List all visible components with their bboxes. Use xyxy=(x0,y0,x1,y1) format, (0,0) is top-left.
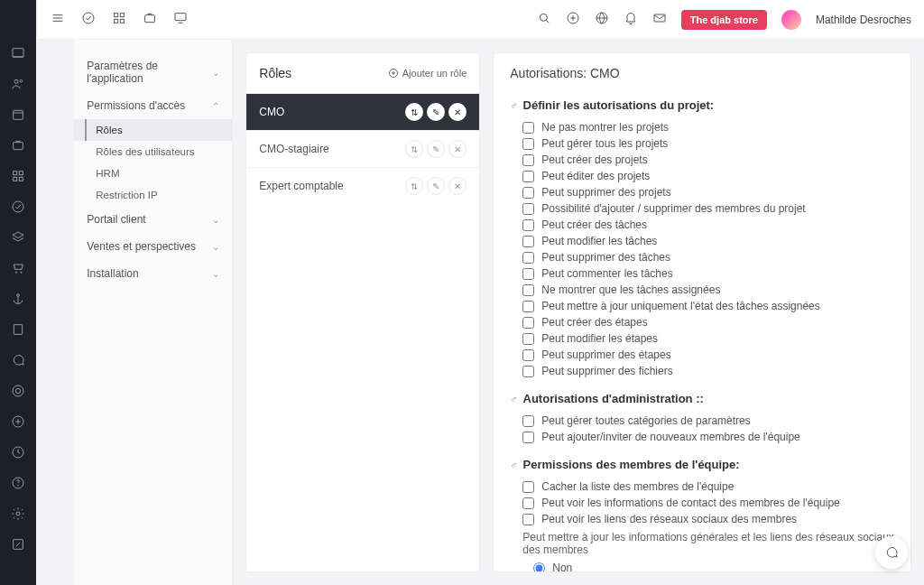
project-perm-checkbox[interactable] xyxy=(522,122,534,134)
check-circle-icon[interactable] xyxy=(81,11,96,28)
role-edit-icon[interactable]: ✎ xyxy=(427,103,445,121)
role-edit-icon[interactable]: ✎ xyxy=(427,177,445,195)
project-perm-item[interactable]: Possibilité d'ajouter / supprimer des me… xyxy=(522,200,894,217)
team-perm-item[interactable]: Peut voir les informations de contact de… xyxy=(522,495,894,511)
nav-roles[interactable]: Rôles xyxy=(74,119,232,141)
admin-perm-checkbox[interactable] xyxy=(522,432,534,443)
help-bubble-button[interactable] xyxy=(875,536,908,569)
menu-icon[interactable] xyxy=(51,11,65,28)
project-perm-item[interactable]: Peut mettre à jour uniquement l'état des… xyxy=(522,298,894,314)
project-perm-item[interactable]: Peut modifier les étapes xyxy=(522,330,894,347)
project-perm-checkbox[interactable] xyxy=(522,187,534,199)
briefcase-icon[interactable] xyxy=(143,11,157,28)
rail-calendar-icon[interactable] xyxy=(0,107,36,122)
project-perm-checkbox[interactable] xyxy=(522,317,534,329)
nav-client-portal[interactable]: Portail client ⌄ xyxy=(74,206,232,233)
project-perm-label: Peut éditer des projets xyxy=(541,170,650,182)
role-row[interactable]: CMO ⇅ ✎ ✕ xyxy=(246,93,479,130)
role-sort-icon[interactable]: ⇅ xyxy=(405,177,423,195)
team-radio-input[interactable] xyxy=(533,562,545,573)
search-icon[interactable] xyxy=(537,11,551,28)
rail-briefcase-icon[interactable] xyxy=(0,138,36,153)
admin-perm-checkbox[interactable] xyxy=(522,415,534,427)
project-perm-checkbox[interactable] xyxy=(522,154,534,166)
role-sort-icon[interactable]: ⇅ xyxy=(405,103,423,121)
role-edit-icon[interactable]: ✎ xyxy=(427,140,445,158)
project-perm-checkbox[interactable] xyxy=(522,284,534,296)
role-row[interactable]: CMO-stagiaire ⇅ ✎ ✕ xyxy=(246,130,479,167)
chevron-down-icon: ⌄ xyxy=(212,269,219,279)
project-perm-item[interactable]: Peut créer des étapes xyxy=(522,314,894,330)
store-button[interactable]: The djab store xyxy=(681,10,767,30)
rail-settings-icon[interactable] xyxy=(0,506,36,521)
project-perm-item[interactable]: Peut commenter les tâches xyxy=(522,265,894,282)
project-perm-checkbox[interactable] xyxy=(522,366,534,377)
team-perm-checkbox[interactable] xyxy=(522,497,534,509)
project-perm-item[interactable]: Peut éditer des projets xyxy=(522,168,894,184)
rail-book-icon[interactable] xyxy=(0,322,36,337)
rail-anchor-icon[interactable] xyxy=(0,292,36,306)
role-sort-icon[interactable]: ⇅ xyxy=(405,140,423,158)
project-perm-checkbox[interactable] xyxy=(522,236,534,247)
rail-edit-icon[interactable] xyxy=(0,537,36,552)
project-perm-item[interactable]: Peut modifier les tâches xyxy=(522,233,894,249)
rail-apps-icon[interactable] xyxy=(0,169,36,183)
project-perm-item[interactable]: Peut supprimer des projets xyxy=(522,184,894,200)
nav-sales[interactable]: Ventes et perspectives ⌄ xyxy=(74,233,232,260)
project-perm-item[interactable]: Ne pas montrer les projets xyxy=(522,119,894,135)
role-delete-icon[interactable]: ✕ xyxy=(448,177,467,195)
nav-installation[interactable]: Installation ⌄ xyxy=(74,260,232,287)
nav-app-settings[interactable]: Paramètres de l'application ⌄ xyxy=(74,52,232,92)
nav-user-roles[interactable]: Rôles des utilisateurs xyxy=(74,141,232,162)
add-role-button[interactable]: Ajouter un rôle xyxy=(388,68,467,79)
project-perm-checkbox[interactable] xyxy=(522,138,534,150)
project-perm-checkbox[interactable] xyxy=(522,268,534,280)
admin-perm-item[interactable]: Peut ajouter/inviter de nouveaux membres… xyxy=(522,429,894,445)
rail-question-icon[interactable] xyxy=(0,476,36,490)
team-perm-item[interactable]: Cacher la liste des membres de l'équipe xyxy=(522,478,894,495)
rail-users-icon[interactable] xyxy=(0,77,36,91)
monitor-icon[interactable] xyxy=(173,11,188,28)
project-perm-checkbox[interactable] xyxy=(522,219,534,231)
project-perm-item[interactable]: Peut créer des projets xyxy=(522,152,894,168)
project-perm-checkbox[interactable] xyxy=(522,333,534,345)
plus-icon[interactable] xyxy=(566,11,580,28)
role-delete-icon[interactable]: ✕ xyxy=(448,103,467,121)
rail-dashboard-icon[interactable] xyxy=(0,46,36,60)
project-perm-item[interactable]: Peut supprimer des étapes xyxy=(522,347,894,363)
rail-plus-circle-icon[interactable] xyxy=(0,414,36,429)
rail-clock-icon[interactable] xyxy=(0,445,36,460)
role-name: Expert comptable xyxy=(259,180,343,192)
project-perm-item[interactable]: Peut créer des tâches xyxy=(522,217,894,233)
grid-icon[interactable] xyxy=(112,11,126,28)
team-perm-checkbox[interactable] xyxy=(522,514,534,525)
team-perm-checkbox[interactable] xyxy=(522,481,534,493)
rail-layers-icon[interactable] xyxy=(0,230,36,245)
project-perm-item[interactable]: Peut gérer tous les projets xyxy=(522,135,894,152)
team-radio-item[interactable]: Non xyxy=(533,560,894,572)
project-perm-checkbox[interactable] xyxy=(522,203,534,215)
team-perm-item[interactable]: Peut voir les liens des réseaux sociaux … xyxy=(522,511,894,527)
project-perm-item[interactable]: Ne montrer que les tâches assignées xyxy=(522,282,894,298)
rail-chat-icon[interactable] xyxy=(0,353,36,367)
nav-hrm[interactable]: HRM xyxy=(74,162,232,184)
role-delete-icon[interactable]: ✕ xyxy=(448,140,467,158)
role-row[interactable]: Expert comptable ⇅ ✎ ✕ xyxy=(246,167,479,204)
project-perm-item[interactable]: Peut supprimer des tâches xyxy=(522,249,894,265)
nav-access-perms[interactable]: Permissions d'accès ⌃ xyxy=(74,92,232,119)
globe-icon[interactable] xyxy=(595,11,609,28)
project-perm-checkbox[interactable] xyxy=(522,252,534,264)
project-perm-checkbox[interactable] xyxy=(522,349,534,361)
bell-icon[interactable] xyxy=(624,11,638,28)
rail-cart-icon[interactable] xyxy=(0,261,36,275)
admin-perm-item[interactable]: Peut gérer toutes catégories de paramètr… xyxy=(522,413,894,429)
username-label[interactable]: Mathilde Desroches xyxy=(816,14,911,26)
rail-help-icon[interactable] xyxy=(0,384,36,398)
rail-check-icon[interactable] xyxy=(0,200,36,214)
nav-ip-restrict[interactable]: Restriction IP xyxy=(74,184,232,206)
avatar[interactable] xyxy=(781,10,801,30)
project-perm-checkbox[interactable] xyxy=(522,171,534,182)
project-perm-item[interactable]: Peut supprimer des fichiers xyxy=(522,363,894,379)
project-perm-checkbox[interactable] xyxy=(522,301,534,312)
mail-icon[interactable] xyxy=(652,11,667,28)
